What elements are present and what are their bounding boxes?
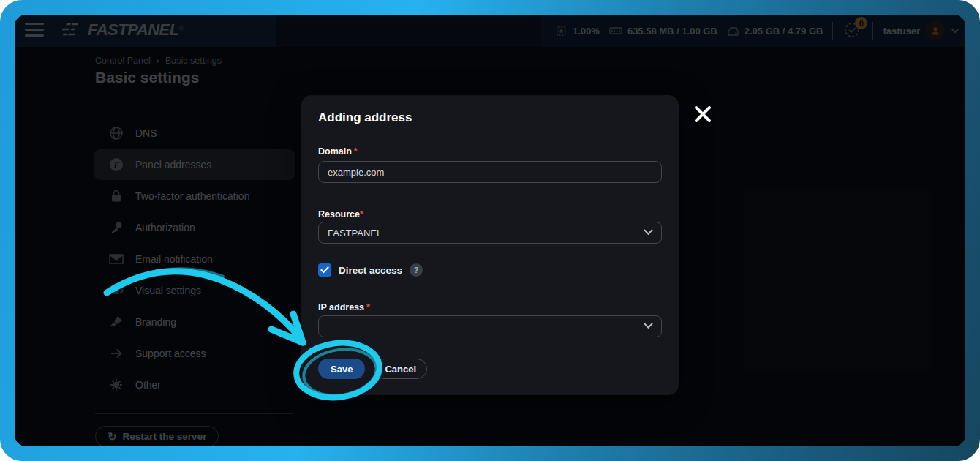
chevron-down-icon bbox=[644, 229, 653, 236]
cancel-button[interactable]: Cancel bbox=[374, 359, 427, 379]
required-asterisk: * bbox=[360, 209, 363, 220]
direct-access-checkbox[interactable] bbox=[318, 263, 331, 277]
screenshot-frame: FASTPANEL® 1.00% 635.58 MB / 1.00 GB 2.0… bbox=[0, 0, 980, 461]
help-icon[interactable]: ? bbox=[410, 263, 423, 277]
chevron-down-icon bbox=[644, 323, 653, 329]
ip-address-label: IP address* bbox=[318, 301, 662, 313]
resource-label: Resource* bbox=[318, 209, 662, 220]
domain-label: Domain* bbox=[318, 146, 662, 157]
checkmark-icon bbox=[320, 266, 329, 274]
ip-address-select[interactable] bbox=[318, 315, 662, 337]
direct-access-row: Direct access ? bbox=[318, 263, 662, 277]
resource-select[interactable]: FASTPANEL bbox=[318, 222, 662, 244]
resource-selected-value: FASTPANEL bbox=[328, 228, 382, 239]
save-button[interactable]: Save bbox=[318, 359, 365, 379]
required-asterisk: * bbox=[354, 146, 358, 157]
modal-buttons: Save Cancel bbox=[318, 359, 662, 379]
required-asterisk: * bbox=[366, 302, 370, 312]
adding-address-modal: Adding address Domain* Resource* FASTPAN… bbox=[301, 95, 679, 395]
app-screen: FASTPANEL® 1.00% 635.58 MB / 1.00 GB 2.0… bbox=[15, 15, 965, 446]
close-icon[interactable] bbox=[693, 104, 713, 124]
modal-title: Adding address bbox=[318, 110, 662, 126]
direct-access-label[interactable]: Direct access bbox=[339, 265, 402, 276]
domain-input[interactable] bbox=[318, 161, 662, 183]
